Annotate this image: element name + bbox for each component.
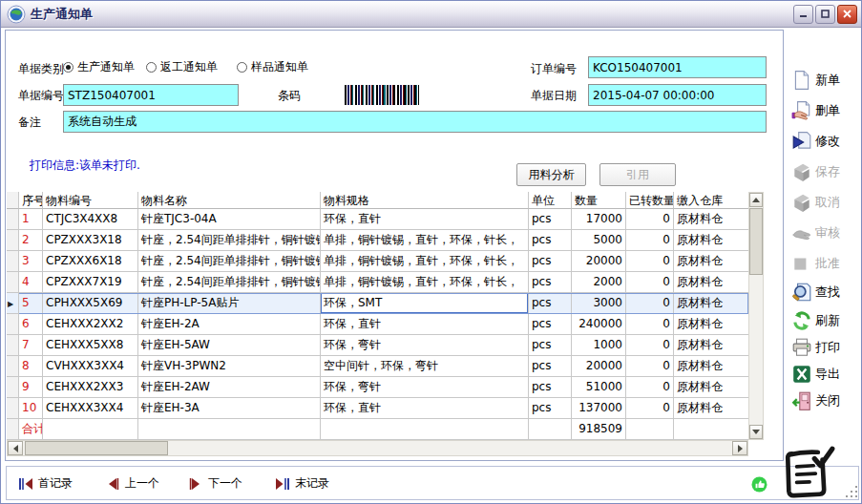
cell-qty[interactable]: 3000 [572, 293, 626, 314]
table-row[interactable]: 9 CEHXXX2XX3 针座EH-2AW 环保，弯针 pcs 51000 0 … [7, 377, 748, 398]
cell-material-spec[interactable]: 环保，SMT [321, 293, 529, 314]
cell-material-name[interactable]: 针座EH-3A [138, 398, 321, 419]
scroll-left-button[interactable] [8, 441, 23, 455]
cell-warehouse[interactable]: 原材料仓 [674, 356, 748, 377]
cell-material-code[interactable]: CEHXXX3XX4 [43, 398, 138, 419]
table-row[interactable]: 7 CEHXXX5XX8 针座EH-5AW 环保，弯针 pcs 1000 0 原… [7, 335, 748, 356]
cell-warehouse[interactable]: 原材料仓 [674, 209, 748, 230]
cell-warehouse[interactable]: 原材料仓 [674, 251, 748, 272]
cell-material-spec[interactable]: 环保，弯针 [321, 377, 529, 398]
delete-doc-button[interactable]: 删单 [791, 100, 840, 121]
first-record-button[interactable]: 首记录 [18, 475, 73, 492]
cell-unit[interactable]: pcs [529, 293, 572, 314]
cell-material-name[interactable]: 针座，2.54间距单排排针，铜针镀锡， [138, 230, 321, 251]
table-horizontal-scrollbar[interactable] [7, 440, 748, 456]
header-material-spec[interactable]: 物料规格 [321, 192, 529, 209]
cell-converted-qty[interactable]: 0 [626, 398, 674, 419]
cell-material-spec[interactable]: 环保，弯针 [321, 335, 529, 356]
header-warehouse[interactable]: 缴入仓库 [674, 192, 748, 209]
cell-qty[interactable]: 1000 [572, 335, 626, 356]
table-row[interactable]: 4 CPZXXX7X19 针座，2.54间距单排排针，铜针镀锡， 单排，铜针镀锡… [7, 272, 748, 293]
cell-material-name[interactable]: 针座，2.54间距单排排针，铜针镀锡， [138, 251, 321, 272]
cell-qty[interactable]: 20000 [572, 251, 626, 272]
scroll-right-button[interactable] [732, 441, 747, 455]
cell-converted-qty[interactable]: 0 [626, 356, 674, 377]
cell-material-name[interactable]: 针座EH-2A [138, 314, 321, 335]
cell-warehouse[interactable]: 原材料仓 [674, 293, 748, 314]
cell-warehouse[interactable]: 原材料仓 [674, 335, 748, 356]
header-unit[interactable]: 单位 [529, 192, 572, 209]
cell-unit[interactable]: pcs [529, 356, 572, 377]
radio-sample-notice[interactable]: 样品通知单 [237, 59, 308, 75]
cell-material-code[interactable]: CEHXXX2XX2 [43, 314, 138, 335]
cell-converted-qty[interactable]: 0 [626, 230, 674, 251]
vertical-scroll-thumb[interactable] [749, 208, 763, 275]
cell-material-name[interactable]: 针座，2.54间距单排排针，铜针镀锡， [138, 272, 321, 293]
find-button[interactable]: 查找 [791, 282, 840, 303]
cell-qty[interactable]: 5000 [572, 230, 626, 251]
cell-unit[interactable]: pcs [529, 398, 572, 419]
row-selector[interactable] [7, 209, 19, 230]
table-row[interactable]: 5 CPHXXX5X69 针座PH-LP-5A贴片 环保，SMT pcs 300… [7, 293, 748, 314]
order-no-field[interactable] [588, 56, 767, 78]
row-selector[interactable] [7, 251, 19, 272]
radio-rework-notice[interactable]: 返工通知单 [146, 59, 218, 75]
remark-field[interactable] [63, 111, 767, 133]
table-row[interactable]: 3 CPZXXX6X18 针座，2.54间距单排排针，铜针镀锡， 单排，铜针镀锡… [7, 251, 748, 272]
cell-warehouse[interactable]: 原材料仓 [674, 230, 748, 251]
cell-material-code[interactable]: CVHXXX3XX4 [43, 356, 138, 377]
close-form-button[interactable]: 关闭 [791, 390, 840, 411]
cell-material-code[interactable]: CTJC3X4XX8 [43, 209, 138, 230]
cell-material-spec[interactable]: 单排，铜针镀锡，直针，环保，针长， [321, 251, 529, 272]
table-vertical-scrollbar[interactable] [748, 192, 764, 440]
last-record-button[interactable]: 末记录 [275, 475, 329, 492]
cell-material-spec[interactable]: 环保，直针 [321, 209, 529, 230]
header-qty[interactable]: 数量 [572, 192, 626, 209]
cell-material-name[interactable]: 针座PH-LP-5A贴片 [138, 293, 321, 314]
cell-material-code[interactable]: CPHXXX5X69 [43, 293, 138, 314]
cell-qty[interactable]: 20000 [572, 356, 626, 377]
header-seq[interactable]: 序号 [19, 192, 43, 209]
cell-material-spec[interactable]: 环保，直针 [321, 398, 529, 419]
cell-qty[interactable]: 2000 [572, 272, 626, 293]
cell-unit[interactable]: pcs [529, 314, 572, 335]
table-row[interactable]: 6 CEHXXX2XX2 针座EH-2A 环保，直针 pcs 240000 0 … [7, 314, 748, 335]
cell-material-spec[interactable]: 单排，铜针镀锡，直针，环保，针长， [321, 272, 529, 293]
row-selector[interactable] [7, 398, 19, 419]
cell-unit[interactable]: pcs [529, 209, 572, 230]
cell-material-code[interactable]: CPZXXX6X18 [43, 251, 138, 272]
header-material-name[interactable]: 物料名称 [138, 192, 321, 209]
minimize-button[interactable] [793, 5, 813, 24]
cell-qty[interactable]: 51000 [572, 377, 626, 398]
export-button[interactable]: 导出 [791, 364, 840, 385]
horizontal-scroll-thumb[interactable] [25, 441, 168, 455]
material-analysis-button[interactable]: 用料分析 [516, 163, 586, 186]
cell-material-name[interactable]: 针座TJC3-04A [138, 209, 321, 230]
cell-converted-qty[interactable]: 0 [626, 251, 674, 272]
cell-material-spec[interactable]: 空中间针，环保，弯针 [321, 356, 529, 377]
cell-qty[interactable]: 17000 [572, 209, 626, 230]
close-button[interactable] [837, 5, 857, 24]
cell-warehouse[interactable]: 原材料仓 [674, 314, 748, 335]
cell-converted-qty[interactable]: 0 [626, 314, 674, 335]
table-row[interactable]: 2 CPZXXX3X18 针座，2.54间距单排排针，铜针镀锡， 单排，铜针镀锡… [7, 230, 748, 251]
table-row[interactable]: 8 CVHXXX3XX4 针座VH-3PWN2 空中间针，环保，弯针 pcs 2… [7, 356, 748, 377]
cell-converted-qty[interactable]: 0 [626, 377, 674, 398]
cell-material-code[interactable]: CPZXXX7X19 [43, 272, 138, 293]
doc-date-field[interactable] [588, 84, 767, 106]
radio-production-notice[interactable]: 生产通知单 [63, 59, 135, 75]
cell-material-name[interactable]: 针座VH-3PWN2 [138, 356, 321, 377]
row-selector[interactable] [7, 293, 19, 314]
cell-material-code[interactable]: CEHXXX2XX3 [43, 377, 138, 398]
status-thumb-icon[interactable] [751, 476, 767, 493]
table-row[interactable]: 1 CTJC3X4XX8 针座TJC3-04A 环保，直针 pcs 17000 … [7, 209, 748, 230]
cell-warehouse[interactable]: 原材料仓 [674, 398, 748, 419]
cell-material-spec[interactable]: 单排，铜针镀锡，直针，环保，针长， [321, 230, 529, 251]
maximize-button[interactable] [815, 5, 835, 24]
cell-unit[interactable]: pcs [529, 230, 572, 251]
row-selector[interactable] [7, 314, 19, 335]
scroll-down-button[interactable] [749, 425, 763, 439]
cell-warehouse[interactable]: 原材料仓 [674, 272, 748, 293]
cell-material-name[interactable]: 针座EH-5AW [138, 335, 321, 356]
cell-unit[interactable]: pcs [529, 377, 572, 398]
